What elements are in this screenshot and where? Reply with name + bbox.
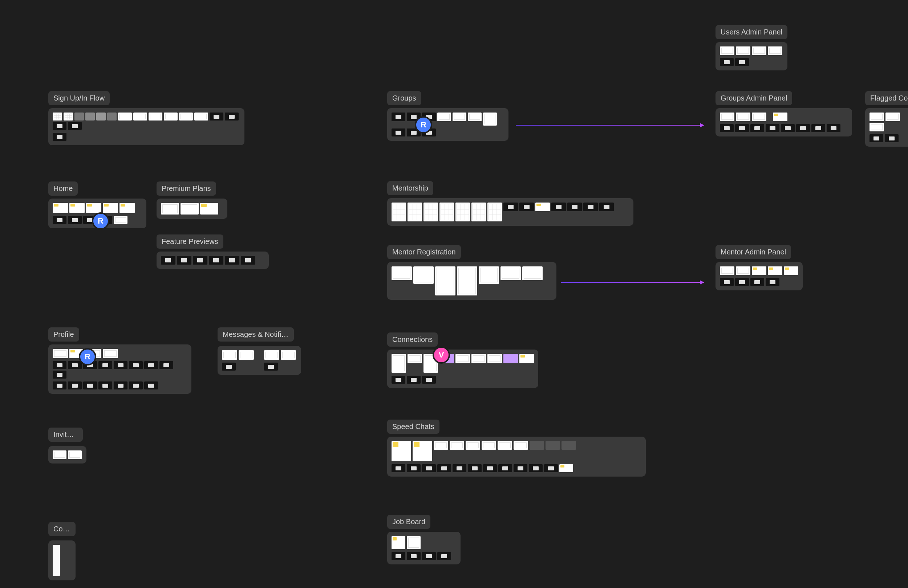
frame-thumb[interactable] <box>68 381 82 389</box>
frame-thumb[interactable] <box>85 112 95 120</box>
frame-thumb[interactable] <box>86 203 101 213</box>
section-label[interactable]: Mentor Registration <box>387 245 461 259</box>
frame-thumb[interactable] <box>264 363 278 371</box>
frame-thumb[interactable] <box>456 354 470 363</box>
frame-thumb[interactable] <box>53 361 66 369</box>
section-label[interactable]: Job Board <box>387 515 430 529</box>
frame-thumb[interactable] <box>98 361 112 369</box>
frame-thumb[interactable] <box>422 552 436 560</box>
frame-thumb[interactable] <box>869 123 884 132</box>
frame-thumb[interactable] <box>225 256 239 265</box>
section-body[interactable] <box>48 344 192 394</box>
section-label[interactable]: Feature Previews <box>156 235 223 249</box>
section-label[interactable]: Mentor Admin Panel <box>715 245 791 259</box>
frame-thumb[interactable] <box>483 112 497 125</box>
section-label[interactable]: Groups <box>387 91 421 105</box>
frame-thumb[interactable] <box>468 464 481 472</box>
frame-thumb[interactable] <box>519 202 534 211</box>
frame-thumb[interactable] <box>96 112 106 120</box>
frame-thumb[interactable] <box>391 354 406 373</box>
frame-thumb[interactable] <box>64 112 73 120</box>
section-label[interactable]: Home <box>48 182 78 196</box>
section-body[interactable] <box>865 108 908 147</box>
section-body[interactable] <box>387 350 538 388</box>
frame-thumb[interactable] <box>407 354 422 363</box>
section-label[interactable]: Connections <box>387 333 438 347</box>
section-label[interactable]: Com… <box>48 522 76 536</box>
section-body[interactable] <box>48 540 76 580</box>
frame-thumb[interactable] <box>766 124 779 132</box>
frame-thumb[interactable] <box>435 267 456 296</box>
frame-thumb[interactable] <box>544 464 558 472</box>
section-flagged[interactable]: Flagged Co <box>865 91 908 147</box>
frame-thumb[interactable] <box>159 361 173 369</box>
frame-thumb[interactable] <box>164 112 178 120</box>
frame-thumb[interactable] <box>768 267 782 275</box>
frame-thumb[interactable] <box>144 361 158 369</box>
section-messages[interactable]: Messages & Notifica… <box>217 328 301 375</box>
frame-thumb[interactable] <box>225 112 238 120</box>
section-speed-chats[interactable]: Speed Chats <box>387 419 646 477</box>
frame-thumb[interactable] <box>200 203 218 215</box>
section-mentor-admin[interactable]: Mentor Admin Panel <box>715 245 803 290</box>
section-body[interactable] <box>715 108 852 137</box>
frame-thumb[interactable] <box>519 354 534 363</box>
frame-thumb[interactable] <box>752 47 766 55</box>
section-job-board[interactable]: Job Board <box>387 515 460 564</box>
frame-thumb[interactable] <box>53 203 68 213</box>
frame-thumb[interactable] <box>472 354 486 363</box>
frame-thumb[interactable] <box>281 350 296 360</box>
frame-thumb[interactable] <box>129 381 143 389</box>
frame-thumb[interactable] <box>522 267 543 280</box>
frame-thumb[interactable] <box>144 381 158 389</box>
design-canvas[interactable]: R R R V Sign Up/In Flow <box>0 0 908 588</box>
frame-thumb[interactable] <box>514 464 527 472</box>
frame-thumb[interactable] <box>53 349 68 358</box>
frame-thumb[interactable] <box>53 545 60 576</box>
frame-thumb[interactable] <box>68 122 82 130</box>
frame-thumb[interactable] <box>53 112 62 120</box>
section-invite[interactable]: Invite a… <box>48 427 87 464</box>
frame-thumb[interactable] <box>535 202 550 211</box>
frame-thumb[interactable] <box>103 203 118 213</box>
frame-thumb[interactable] <box>98 381 112 389</box>
section-body[interactable] <box>715 42 787 71</box>
frame-thumb[interactable] <box>407 202 422 222</box>
section-label[interactable]: Invite a… <box>48 427 83 442</box>
frame-thumb[interactable] <box>735 124 749 132</box>
frame-thumb[interactable] <box>720 278 734 286</box>
frame-thumb[interactable] <box>74 112 84 120</box>
frame-thumb[interactable] <box>114 361 127 369</box>
frame-thumb[interactable] <box>736 112 750 121</box>
frame-thumb[interactable] <box>114 216 127 224</box>
section-premium[interactable]: Premium Plans <box>156 182 227 219</box>
frame-thumb[interactable] <box>53 216 66 224</box>
section-body[interactable] <box>387 262 556 300</box>
section-body[interactable] <box>715 262 803 290</box>
frame-thumb[interactable] <box>391 267 412 280</box>
frame-thumb[interactable] <box>161 203 179 215</box>
section-com[interactable]: Com… <box>48 522 76 580</box>
frame-thumb[interactable] <box>391 129 405 137</box>
frame-thumb[interactable] <box>407 552 420 560</box>
section-label[interactable]: Messages & Notifica… <box>217 328 294 342</box>
frame-thumb[interactable] <box>796 124 810 132</box>
frame-thumb[interactable] <box>83 381 97 389</box>
frame-thumb[interactable] <box>450 441 464 450</box>
section-profile[interactable]: Profile <box>48 328 192 394</box>
frame-thumb[interactable] <box>811 124 825 132</box>
frame-thumb[interactable] <box>488 354 502 363</box>
frame-thumb[interactable] <box>736 47 750 55</box>
frame-thumb[interactable] <box>53 381 66 389</box>
frame-thumb[interactable] <box>514 441 528 450</box>
frame-thumb[interactable] <box>456 202 470 222</box>
section-label[interactable]: Users Admin Panel <box>715 25 787 39</box>
frame-thumb[interactable] <box>750 278 764 286</box>
frame-thumb[interactable] <box>119 203 135 213</box>
frame-thumb[interactable] <box>465 441 480 450</box>
frame-thumb[interactable] <box>437 112 451 121</box>
frame-thumb[interactable] <box>412 441 432 461</box>
frame-thumb[interactable] <box>735 58 749 66</box>
frame-thumb[interactable] <box>551 202 566 211</box>
frame-thumb[interactable] <box>68 450 82 459</box>
